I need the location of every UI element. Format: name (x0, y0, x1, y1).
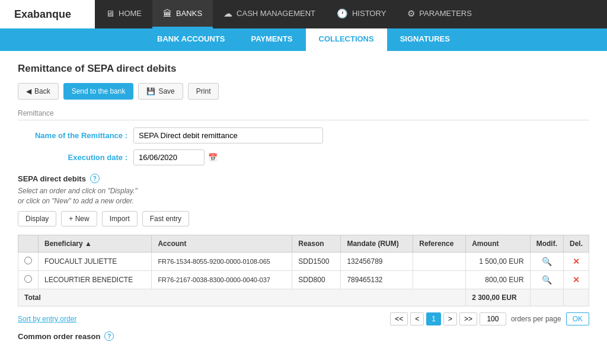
row-select[interactable] (18, 271, 39, 289)
col-mandate: Mandate (RUM) (341, 235, 413, 253)
sepa-instruction-1: Select an order and click on "Display." (18, 187, 589, 195)
nav-items: 🖥 HOME 🏛 BANKS ☁ CASH MANAGEMENT 🕐 HISTO… (95, 0, 483, 28)
row-account: FR76-2167-0038-8300-0000-0040-037 (152, 271, 292, 289)
pagination-row: Sort by entry order << < 1 > >> orders p… (18, 312, 589, 325)
ok-button[interactable]: OK (566, 312, 589, 325)
row-account: FR76-1534-8055-9200-0000-0108-065 (152, 253, 292, 271)
main-content: Remittance of SEPA direct debits ◀ Back … (0, 51, 607, 364)
first-page-button[interactable]: << (390, 312, 408, 325)
sepa-help-icon[interactable]: ? (90, 174, 100, 183)
row-amount: 800,00 EUR (466, 271, 530, 289)
col-reason: Reason (292, 235, 341, 253)
parameters-icon: ⚙ (407, 8, 415, 19)
row-del-btn[interactable]: ✕ (563, 253, 589, 271)
sepa-actions: Display + New Import Fast entry (18, 211, 589, 226)
save-button[interactable]: 💾 Save (138, 83, 183, 100)
nav-cash-management[interactable]: ☁ CASH MANAGEMENT (213, 0, 326, 28)
back-button[interactable]: ◀ Back (18, 83, 59, 100)
sepa-instruction-2: or click on "New" to add a new order. (18, 197, 589, 205)
last-page-button[interactable]: >> (459, 312, 477, 325)
nav-home[interactable]: 🖥 HOME (95, 0, 152, 28)
print-button[interactable]: Print (188, 83, 219, 100)
banks-icon: 🏛 (163, 8, 172, 18)
col-beneficiary[interactable]: Beneficiary ▲ (39, 235, 152, 253)
row-modif-btn[interactable]: 🔍 (530, 253, 563, 271)
calendar-icon[interactable]: 📅 (208, 153, 218, 162)
row-beneficiary: FOUCAULT JULIETTE (39, 253, 152, 271)
save-icon: 💾 (146, 87, 155, 95)
nav-parameters[interactable]: ⚙ PARAMETERS (397, 0, 483, 28)
row-beneficiary: LECOURTIER BENEDICTE (39, 271, 152, 289)
date-row: Execution date : 📅 (18, 149, 589, 165)
row-mandate: 132456789 (341, 253, 413, 271)
new-button[interactable]: + New (61, 211, 97, 226)
col-reference: Reference (413, 235, 466, 253)
total-row: Total 2 300,00 EUR (18, 289, 589, 306)
row-reason: SDD1500 (292, 253, 341, 271)
row-amount: 1 500,00 EUR (466, 253, 530, 271)
col-account: Account (152, 235, 292, 253)
table-header-row: Beneficiary ▲ Account Reason Mandate (RU… (18, 235, 589, 253)
subnav-collections[interactable]: COLLECTIONS (306, 28, 387, 51)
col-select (18, 235, 39, 253)
table-row: LECOURTIER BENEDICTE FR76-2167-0038-8300… (18, 271, 589, 289)
table-row: FOUCAULT JULIETTE FR76-1534-8055-9200-00… (18, 253, 589, 271)
row-select[interactable] (18, 253, 39, 271)
subnav-bank-accounts[interactable]: BANK ACCOUNTS (144, 28, 238, 51)
cash-icon: ☁ (223, 8, 232, 19)
sort-link[interactable]: Sort by entry order (18, 315, 76, 323)
per-page-label: orders per page (511, 315, 561, 323)
section-remittance-label: Remittance (18, 109, 589, 120)
fast-entry-button[interactable]: Fast entry (142, 211, 189, 226)
row-reference (413, 271, 466, 289)
next-page-button[interactable]: > (443, 312, 457, 325)
name-label: Name of the Remittance : (18, 131, 127, 140)
display-button[interactable]: Display (18, 211, 56, 226)
subnav-signatures[interactable]: SIGNATURES (387, 28, 463, 51)
footer-section: Common order reason ? (18, 331, 589, 341)
col-modif: Modif. (530, 235, 563, 253)
name-row: Name of the Remittance : (18, 127, 589, 143)
nav-banks[interactable]: 🏛 BANKS (152, 0, 213, 28)
nav-history[interactable]: 🕐 HISTORY (326, 0, 397, 28)
search-icon[interactable]: 🔍 (542, 257, 552, 266)
row-del-btn[interactable]: ✕ (563, 271, 589, 289)
row-reason: SDD800 (292, 271, 341, 289)
import-button[interactable]: Import (102, 211, 138, 226)
page-title: Remittance of SEPA direct debits (18, 63, 589, 75)
search-icon[interactable]: 🔍 (542, 275, 552, 285)
back-arrow-icon: ◀ (26, 87, 31, 95)
date-label: Execution date : (18, 153, 127, 162)
row-modif-btn[interactable]: 🔍 (530, 271, 563, 289)
logo: Exabanque (0, 0, 95, 28)
sub-nav: BANK ACCOUNTS PAYMENTS COLLECTIONS SIGNA… (0, 28, 607, 51)
total-label: Total (18, 289, 466, 306)
subnav-payments[interactable]: PAYMENTS (238, 28, 305, 51)
row-mandate: 789465132 (341, 271, 413, 289)
name-input[interactable] (133, 127, 323, 143)
sepa-header: SEPA direct debits ? (18, 174, 589, 183)
execution-date-input[interactable] (133, 149, 205, 165)
col-del: Del. (563, 235, 589, 253)
pagination-controls: << < 1 > >> orders per page OK (390, 312, 589, 325)
top-nav: Exabanque 🖥 HOME 🏛 BANKS ☁ CASH MANAGEME… (0, 0, 607, 28)
row-reference (413, 253, 466, 271)
col-amount: Amount (466, 235, 530, 253)
current-page: 1 (426, 312, 441, 325)
debits-table: Beneficiary ▲ Account Reason Mandate (RU… (18, 235, 589, 306)
toolbar: ◀ Back Send to the bank 💾 Save Print (18, 83, 589, 100)
history-icon: 🕐 (337, 8, 348, 19)
delete-icon[interactable]: ✕ (573, 257, 580, 266)
home-icon: 🖥 (106, 8, 114, 18)
per-page-input[interactable] (480, 312, 506, 325)
prev-page-button[interactable]: < (410, 312, 424, 325)
send-to-bank-button[interactable]: Send to the bank (63, 83, 134, 100)
common-reason-help-icon[interactable]: ? (104, 331, 114, 341)
delete-icon[interactable]: ✕ (573, 275, 580, 285)
total-amount: 2 300,00 EUR (466, 289, 530, 306)
